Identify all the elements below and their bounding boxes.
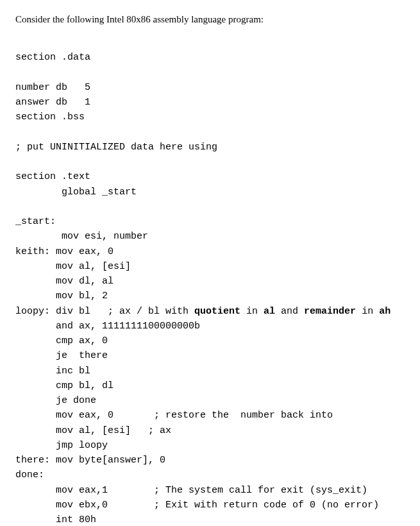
code-block: section .data number db 5 answer db 1 se… [15,35,405,526]
code-text: loopy: div bl ; ax / bl with [15,306,194,317]
code-bold: remainder [304,306,356,317]
code-line: int 80h [15,514,96,525]
code-line: cmp bl, dl [15,380,113,391]
code-line: _start: [15,216,56,227]
code-line: keith: mov eax, 0 [15,246,113,257]
code-line: je there [15,350,108,361]
code-line: mov dl, al [15,276,113,287]
code-line: and ax, 1111111100000000b [15,321,200,332]
code-line: mov esi, number [15,231,148,242]
code-line: mov eax, 0 ; restore the number back int… [15,410,333,421]
code-line: mov al, [esi] ; ax [15,425,171,436]
code-line: mov eax,1 ; The system call for exit (sy… [15,485,367,496]
code-line: mov al, [esi] [15,261,131,272]
code-line: answer db 1 [15,97,90,108]
code-line: number db 5 [15,82,90,93]
code-text: in [356,306,379,317]
code-text: and [275,306,304,317]
intro-text: Consider the following Intel 80x86 assem… [15,13,405,26]
code-line: section .data [15,52,90,63]
code-line: je done [15,395,96,406]
code-line: section .bss [15,112,85,123]
code-line: section .text [15,171,90,182]
code-line: inc bl [15,366,90,377]
code-line: global _start [15,187,137,198]
code-line: done: [15,470,44,480]
code-line: mov bl, 2 [15,291,108,301]
code-bold: ah [379,306,391,317]
code-text: in [240,306,264,317]
code-line: mov ebx,0 ; Exit with return code of 0 (… [15,500,379,511]
code-bold: al [264,306,275,317]
code-line: ; put UNINITIALIZED data here using [15,142,217,153]
code-line: loopy: div bl ; ax / bl with quotient in… [15,306,391,317]
code-line: there: mov byte[answer], 0 [15,455,165,466]
code-line: jmp loopy [15,440,108,451]
code-line: cmp ax, 0 [15,335,108,346]
code-bold: quotient [194,306,240,317]
